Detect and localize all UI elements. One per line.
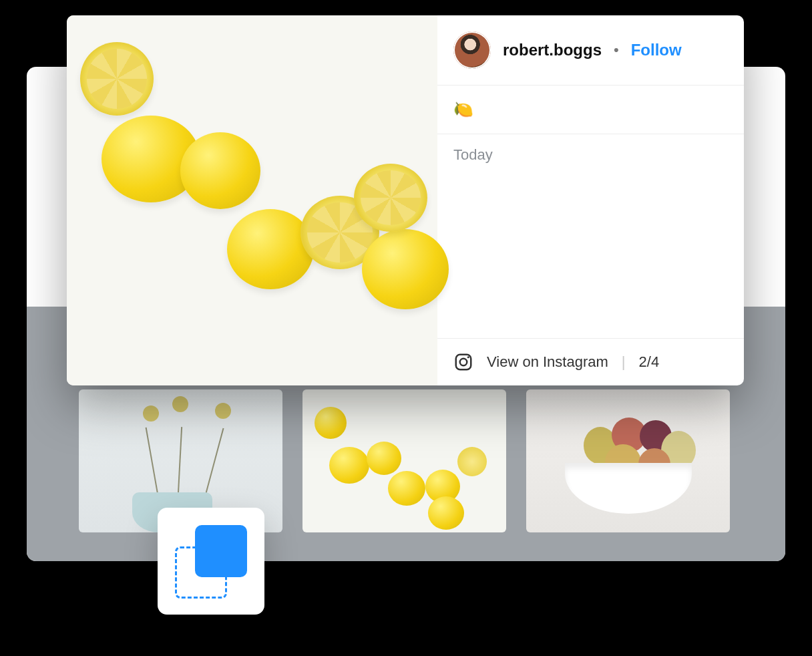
post-timestamp: Today <box>437 134 744 176</box>
popup-feature-badge <box>158 508 264 615</box>
author-username[interactable]: robert.boggs <box>503 41 602 59</box>
post-sidebar: robert.boggs • Follow 🍋 Today View on In… <box>437 15 744 385</box>
author-avatar[interactable] <box>453 31 491 69</box>
gallery-thumb-2[interactable] <box>302 389 506 532</box>
carousel-counter: 2/4 <box>639 353 660 371</box>
separator-dot: • <box>614 41 619 59</box>
post-caption: 🍋 <box>437 86 744 134</box>
post-lightbox: robert.boggs • Follow 🍋 Today View on In… <box>67 15 744 385</box>
gallery-thumb-3[interactable] <box>526 389 730 532</box>
instagram-icon <box>453 352 473 372</box>
follow-button[interactable]: Follow <box>631 41 682 59</box>
view-on-instagram-link[interactable]: View on Instagram <box>487 353 608 371</box>
svg-point-2 <box>467 356 469 358</box>
popup-layers-icon-front <box>195 525 247 577</box>
post-footer: View on Instagram | 2/4 <box>437 338 744 385</box>
footer-divider: | <box>622 353 626 371</box>
post-image[interactable] <box>67 15 437 385</box>
post-header: robert.boggs • Follow <box>437 15 744 86</box>
svg-point-1 <box>460 359 467 366</box>
